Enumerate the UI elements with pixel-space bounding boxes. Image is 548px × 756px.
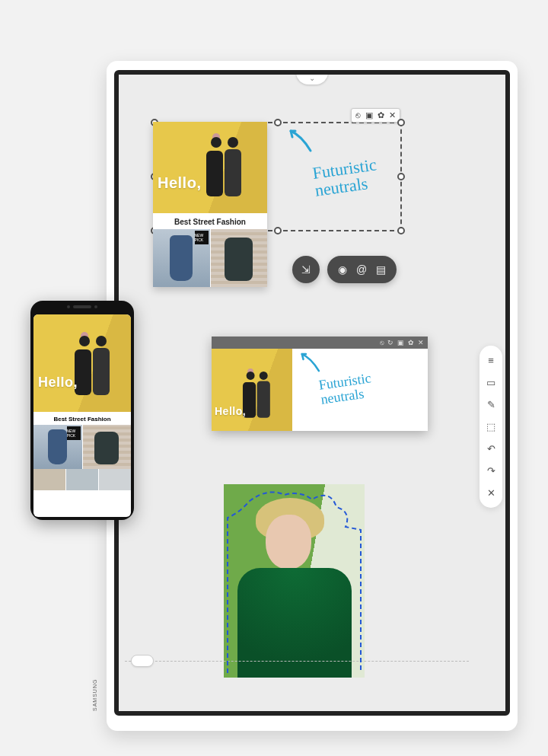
cast-pill[interactable]: ⇲: [292, 256, 320, 283]
resize-handle[interactable]: [274, 227, 282, 234]
thumb-image[interactable]: [83, 425, 132, 469]
edit-icon[interactable]: ✎: [487, 399, 495, 410]
thumb-image[interactable]: [66, 469, 99, 490]
resize-handle[interactable]: [274, 119, 282, 126]
phone-notch: [65, 305, 100, 309]
thumb-image[interactable]: [211, 229, 268, 287]
thumb-row: [33, 469, 131, 490]
thumb-row: NEW PICK: [33, 425, 131, 469]
select-icon[interactable]: ⬚: [486, 421, 495, 432]
face-shape: [266, 515, 311, 569]
handwriting-annotation: Futuristic neutrals: [318, 371, 374, 407]
arrow-annotation: [297, 350, 323, 376]
side-toolbar: ≡ ▭ ✎ ⬚ ↶ ↷ ✕: [480, 346, 502, 508]
lock-icon[interactable]: ⎋: [355, 110, 361, 120]
crop-icon[interactable]: ▣: [397, 339, 404, 346]
hero-image: Hello,: [212, 349, 292, 431]
snapshot-window[interactable]: ⎋ ↻ ▣ ✿ ✕ Hello, Futuristic neutrals: [212, 337, 428, 431]
rotate-icon[interactable]: ↻: [387, 339, 393, 346]
hero-text: Hello,: [158, 174, 201, 192]
cast-icon: ⇲: [301, 263, 311, 276]
thumb-tag: NEW PICK: [195, 231, 209, 244]
close-icon[interactable]: ✕: [487, 487, 495, 499]
figure-illustration: [197, 129, 258, 213]
thumb-image[interactable]: [99, 469, 131, 490]
flip-canvas[interactable]: ⌄ ⎋ ▣ ✿ ✕ Futuristic neutrals: [114, 70, 510, 716]
email-icon[interactable]: @: [356, 263, 367, 276]
phone-device: Hello, Best Street Fashion NEW PICK: [30, 301, 134, 520]
resize-handle[interactable]: [397, 173, 405, 180]
card-heading: Best Street Fashion: [153, 213, 267, 229]
crop-icon[interactable]: ▣: [365, 110, 373, 120]
hero-image: Hello,: [153, 122, 267, 213]
figure-illustration: [65, 328, 126, 412]
expand-handle[interactable]: ⌄: [296, 71, 328, 85]
figure-illustration: [236, 365, 283, 431]
lock-icon[interactable]: ⎋: [380, 339, 384, 346]
page-handle[interactable]: [131, 655, 154, 667]
redo-icon[interactable]: ↷: [487, 465, 495, 477]
hero-image: Hello,: [33, 314, 131, 412]
thumb-row: NEW PICK: [153, 229, 267, 287]
document-icon[interactable]: ▤: [376, 263, 386, 276]
menu-icon[interactable]: ≡: [488, 355, 494, 366]
settings-icon[interactable]: ✿: [378, 110, 384, 120]
capture-pill: ◉ @ ▤: [327, 256, 397, 283]
snapshot-body: Hello, Futuristic neutrals: [212, 349, 428, 431]
note-icon[interactable]: ▭: [486, 377, 495, 388]
thumb-tag: NEW PICK: [67, 426, 81, 440]
thumb-image[interactable]: [33, 469, 66, 490]
phone-screen[interactable]: Hello, Best Street Fashion NEW PICK: [33, 314, 131, 517]
chevron-down-icon: ⌄: [309, 74, 315, 82]
snapshot-titlebar[interactable]: ⎋ ↻ ▣ ✿ ✕: [212, 337, 428, 349]
handwriting-annotation: Futuristic neutrals: [311, 155, 380, 199]
thumb-image[interactable]: NEW PICK: [33, 425, 83, 469]
hero-text: Hello,: [38, 375, 78, 391]
arrow-annotation: [285, 126, 315, 157]
fashion-card[interactable]: Hello, Best Street Fashion NEW PICK: [153, 122, 267, 287]
resize-handle[interactable]: [397, 119, 405, 126]
thumb-image[interactable]: NEW PICK: [153, 229, 211, 287]
camera-icon[interactable]: ◉: [338, 263, 347, 276]
brand-label: SAMSUNG: [92, 679, 97, 711]
settings-icon[interactable]: ✿: [408, 339, 414, 346]
close-icon[interactable]: ✕: [418, 339, 424, 346]
flip-board-device: SAMSUNG ⌄ ⎋ ▣ ✿ ✕ Futuristic neutrals: [107, 61, 518, 731]
snapshot-note: Futuristic neutrals: [292, 349, 428, 431]
card-heading: Best Street Fashion: [33, 412, 131, 425]
close-icon[interactable]: ✕: [389, 110, 396, 120]
selection-toolbar: ⎋ ▣ ✿ ✕: [351, 108, 400, 123]
undo-icon[interactable]: ↶: [487, 443, 495, 455]
portrait-image[interactable]: [224, 484, 365, 678]
hero-text: Hello,: [215, 405, 246, 417]
resize-handle[interactable]: [397, 227, 405, 234]
page-divider: [125, 661, 469, 662]
